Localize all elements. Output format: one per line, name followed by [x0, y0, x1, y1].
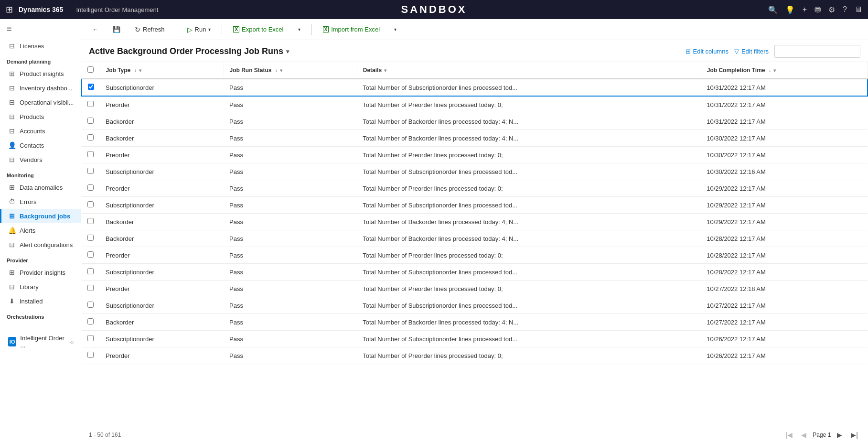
sidebar-item-products[interactable]: ⊟ Products	[0, 109, 81, 124]
col-job-type[interactable]: Job Type ↓ ▾	[100, 62, 224, 79]
table-row[interactable]: BackorderPassTotal Number of Backorder l…	[82, 113, 868, 130]
table-row[interactable]: BackorderPassTotal Number of Backorder l…	[82, 314, 868, 331]
export-button[interactable]: X Export to Excel	[228, 23, 289, 36]
sidebar-item-data-anomalies[interactable]: ⊞ Data anomalies	[0, 180, 81, 194]
run-dropdown-icon[interactable]: ▾	[208, 27, 211, 32]
search-input[interactable]	[774, 45, 860, 58]
sidebar-item-provider-insights[interactable]: ⊞ Provider insights	[0, 265, 81, 280]
save-button[interactable]: 💾	[107, 23, 126, 36]
edit-filters-button[interactable]: ▽ Edit filters	[734, 48, 769, 55]
help-icon[interactable]: ?	[843, 5, 847, 14]
table-row[interactable]: PreorderPassTotal Number of Preorder lin…	[82, 247, 868, 264]
sidebar-item-alerts[interactable]: 🔔 Alerts	[0, 223, 81, 238]
sidebar: ≡ ⊟ Licenses Demand planning ⊞ Product i…	[0, 19, 81, 443]
import-button[interactable]: X Import from Excel	[318, 23, 386, 36]
lightbulb-icon[interactable]: 💡	[785, 5, 795, 14]
sidebar-item-vendors[interactable]: ⊟ Vendors	[0, 152, 81, 167]
row-checkbox[interactable]	[87, 151, 94, 157]
row-checkbox[interactable]	[87, 235, 94, 241]
sidebar-item-background-jobs[interactable]: ⊞ Background jobs	[0, 209, 81, 223]
row-checkbox[interactable]	[87, 335, 94, 341]
screen-icon[interactable]: 🖥	[855, 5, 862, 14]
row-checkbox[interactable]	[87, 218, 94, 224]
row-checkbox[interactable]	[87, 134, 94, 140]
back-button[interactable]: ←	[87, 23, 104, 36]
refresh-button[interactable]: ↻ Refresh	[129, 23, 170, 36]
filter-icon[interactable]: ⛃	[814, 5, 821, 14]
inventory-icon: ⊟	[8, 84, 16, 92]
table-row[interactable]: BackorderPassTotal Number of Backorder l…	[82, 230, 868, 247]
row-checkbox[interactable]	[87, 168, 94, 174]
row-checkbox[interactable]	[87, 118, 94, 124]
export-dropdown-button[interactable]: ▾	[293, 24, 306, 35]
edit-columns-button[interactable]: ⊞ Edit columns	[686, 48, 729, 55]
import-dropdown-button[interactable]: ▾	[389, 24, 402, 35]
sidebar-item-inventory-dashboard[interactable]: ⊟ Inventory dashbo...	[0, 81, 81, 95]
row-checkbox[interactable]	[87, 302, 94, 308]
sidebar-item-licenses[interactable]: ⊟ Licenses	[0, 39, 81, 53]
prev-page-button[interactable]: ◀	[799, 430, 809, 440]
row-checkbox[interactable]	[87, 285, 94, 291]
add-icon[interactable]: +	[803, 5, 807, 14]
table-row[interactable]: PreorderPassTotal Number of Preorder lin…	[82, 147, 868, 163]
sidebar-item-label: Background jobs	[20, 213, 70, 220]
app-grid-button[interactable]: ⊞	[6, 4, 13, 15]
search-icon[interactable]: 🔍	[768, 5, 778, 14]
row-checkbox[interactable]	[87, 101, 94, 107]
cell-jobType: Preorder	[100, 247, 224, 264]
cell-details: Total Number of Subscriptionorder lines …	[357, 331, 701, 347]
sidebar-hamburger[interactable]: ≡	[0, 19, 81, 39]
last-page-button[interactable]: ▶|	[848, 430, 860, 440]
edit-filters-icon: ▽	[734, 48, 739, 55]
settings-icon[interactable]: ⚙	[828, 5, 835, 14]
header-checkbox[interactable]	[87, 66, 94, 73]
table-row[interactable]: SubscriptionorderPassTotal Number of Sub…	[82, 197, 868, 214]
sidebar-item-installed[interactable]: ⬇ Installed	[0, 294, 81, 308]
sidebar-item-alert-configurations[interactable]: ⊟ Alert configurations	[0, 238, 81, 252]
row-checkbox[interactable]	[87, 184, 94, 191]
col-job-completion-time[interactable]: Job Completion Time ↓ ▾	[701, 62, 868, 79]
row-checkbox[interactable]	[87, 251, 94, 258]
sidebar-item-accounts[interactable]: ⊟ Accounts	[0, 124, 81, 138]
sidebar-bottom-label: Intelligent Order ...	[20, 335, 64, 349]
sidebar-item-errors[interactable]: ⏱ Errors	[0, 194, 81, 209]
brand-label: Dynamics 365	[19, 6, 70, 13]
col-job-run-status[interactable]: Job Run Status ↓ ▾	[224, 62, 357, 79]
table-row[interactable]: SubscriptionorderPassTotal Number of Sub…	[82, 331, 868, 347]
col-details[interactable]: Details ▾	[357, 62, 701, 79]
table-row[interactable]: SubscriptionorderPassTotal Number of Sub…	[82, 79, 868, 96]
row-checkbox[interactable]	[87, 268, 94, 274]
table-row[interactable]: BackorderPassTotal Number of Backorder l…	[82, 214, 868, 230]
run-label: Run	[195, 26, 206, 33]
cell-jobType: Backorder	[100, 314, 224, 331]
row-checkbox[interactable]	[87, 352, 94, 358]
table-row[interactable]: SubscriptionorderPassTotal Number of Sub…	[82, 297, 868, 314]
export-label: Export to Excel	[242, 26, 283, 33]
row-checkbox[interactable]	[87, 318, 94, 324]
back-icon: ←	[92, 26, 98, 33]
run-button[interactable]: ▷ Run ▾	[182, 23, 216, 36]
sidebar-bottom-item[interactable]: IO Intelligent Order ... ◇	[0, 331, 81, 352]
page-title[interactable]: Active Background Order Processing Job R…	[89, 46, 289, 56]
col-job-run-status-label: Job Run Status	[230, 67, 272, 74]
row-checkbox[interactable]	[88, 84, 94, 90]
product-insights-icon: ⊞	[8, 70, 16, 77]
sidebar-item-operational-visibility[interactable]: ⊟ Operational visibil...	[0, 95, 81, 109]
table-row[interactable]: PreorderPassTotal Number of Preorder lin…	[82, 96, 868, 113]
table-row[interactable]: SubscriptionorderPassTotal Number of Sub…	[82, 163, 868, 180]
cell-jobType: Preorder	[100, 180, 224, 197]
table-row[interactable]: SubscriptionorderPassTotal Number of Sub…	[82, 264, 868, 281]
next-page-button[interactable]: ▶	[835, 430, 845, 440]
table-row[interactable]: PreorderPassTotal Number of Preorder lin…	[82, 180, 868, 197]
table-row[interactable]: PreorderPassTotal Number of Preorder lin…	[82, 347, 868, 364]
sidebar-item-product-insights[interactable]: ⊞ Product insights	[0, 66, 81, 81]
table-footer: 1 - 50 of 161 |◀ ◀ Page 1 ▶ ▶|	[81, 426, 868, 443]
edit-columns-icon: ⊞	[686, 48, 691, 55]
sidebar-item-library[interactable]: ⊟ Library	[0, 280, 81, 294]
table-row[interactable]: PreorderPassTotal Number of Preorder lin…	[82, 281, 868, 297]
select-all-checkbox[interactable]	[82, 62, 100, 79]
table-row[interactable]: BackorderPassTotal Number of Backorder l…	[82, 130, 868, 147]
sidebar-item-contacts[interactable]: 👤 Contacts	[0, 138, 81, 152]
first-page-button[interactable]: |◀	[783, 430, 795, 440]
row-checkbox[interactable]	[87, 201, 94, 207]
